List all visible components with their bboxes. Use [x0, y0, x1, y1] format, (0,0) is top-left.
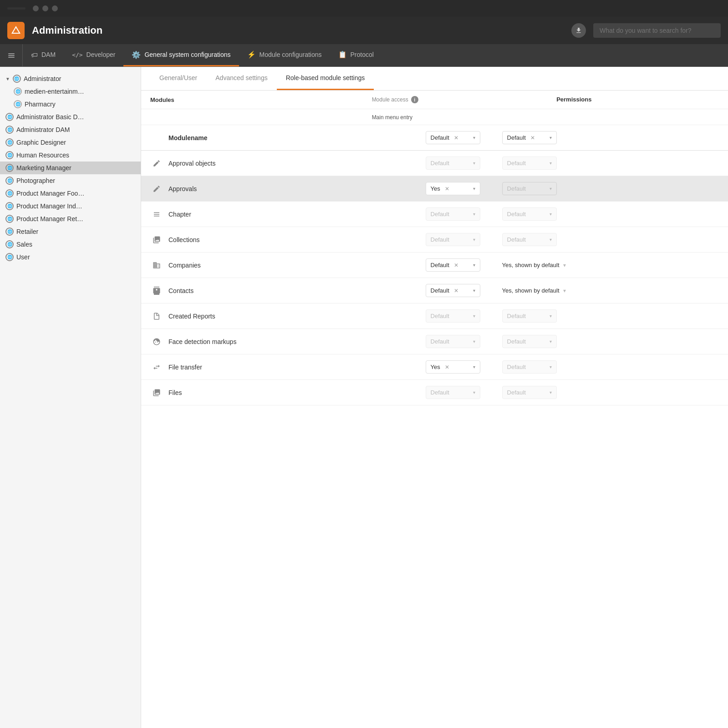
sub-tab-role-based-label: Role-based module settings — [286, 74, 365, 81]
modulename-access-clear[interactable]: ✕ — [454, 135, 458, 141]
face-detection-access-dropdown[interactable]: Default ▾ — [426, 335, 480, 348]
sidebar-item-product-manager-ind[interactable]: 🌐 Product Manager Ind… — [0, 200, 141, 212]
hamburger-button[interactable] — [0, 44, 23, 67]
chapter-access-dropdown[interactable]: Default ▾ — [426, 207, 480, 221]
tab-protocol[interactable]: 📋 Protocol — [330, 44, 382, 66]
approvals-access-dropdown[interactable]: Yes ✕ ▾ — [426, 182, 480, 195]
collections-access-cell[interactable]: Default ▾ — [422, 228, 495, 251]
file-transfer-access-clear[interactable]: ✕ — [445, 364, 449, 370]
approval-objects-permission-cell[interactable]: Default ▾ — [495, 152, 728, 174]
collections-permission-cell[interactable]: Default ▾ — [495, 228, 728, 251]
companies-permission-cell[interactable]: Yes, shown by default ▾ — [495, 257, 728, 273]
companies-access-dropdown[interactable]: Default ✕ ▾ — [426, 258, 480, 272]
sub-tab-advanced-settings[interactable]: Advanced settings — [206, 67, 276, 90]
approvals-permission-dropdown[interactable]: Default ▾ — [502, 182, 557, 195]
sidebar-item-administrator[interactable]: ▼ 🌐 Administrator — [0, 72, 141, 85]
globe-icon-product-manager-foo: 🌐 — [5, 189, 14, 197]
face-detection-permission-cell[interactable]: Default ▾ — [495, 330, 728, 353]
sub-tab-role-based[interactable]: Role-based module settings — [277, 67, 374, 90]
sidebar-item-graphic-designer[interactable]: 🌐 Graphic Designer — [0, 136, 141, 149]
upload-button[interactable] — [571, 23, 586, 38]
sidebar-item-admin-dam[interactable]: 🌐 Administrator DAM — [0, 123, 141, 136]
sidebar-item-product-manager-ret[interactable]: 🌐 Product Manager Ret… — [0, 212, 141, 225]
modulename-access-cell[interactable]: Default ✕ ▾ — [422, 126, 495, 149]
contacts-permission-cell[interactable]: Yes, shown by default ▾ — [495, 283, 728, 298]
contacts-icon — [153, 287, 161, 295]
files-permission-dropdown[interactable]: Default ▾ — [502, 386, 557, 399]
companies-access-cell[interactable]: Default ✕ ▾ — [422, 254, 495, 276]
files-access-dropdown[interactable]: Default ▾ — [426, 386, 480, 399]
sidebar-item-product-manager-foo[interactable]: 🌐 Product Manager Foo… — [0, 187, 141, 200]
file-transfer-access-cell[interactable]: Yes ✕ ▾ — [422, 356, 495, 378]
contacts-access-dropdown[interactable]: Default ✕ ▾ — [426, 284, 480, 297]
tab-dam[interactable]: 🏷 DAM — [23, 44, 64, 66]
face-detection-name: Face detection markups — [168, 338, 236, 345]
file-transfer-access-dropdown[interactable]: Yes ✕ ▾ — [426, 360, 480, 374]
approval-objects-permission-dropdown[interactable]: Default ▾ — [502, 157, 557, 170]
sidebar-item-medien[interactable]: 🌐 medien-entertainm… — [0, 85, 141, 98]
tab-general[interactable]: ⚙️ General system configurations — [123, 44, 239, 66]
modulename-permission-cell[interactable]: Default ✕ ▾ — [495, 126, 728, 149]
file-transfer-access-arrow: ▾ — [473, 364, 475, 369]
search-input[interactable] — [593, 23, 721, 38]
approval-objects-arrow: ▾ — [473, 161, 475, 166]
created-reports-permission-cell[interactable]: Default ▾ — [495, 305, 728, 327]
file-transfer-permission-placeholder: Default — [507, 364, 526, 370]
approvals-access-cell[interactable]: Yes ✕ ▾ — [422, 177, 495, 200]
globe-icon-product-manager-ret: 🌐 — [5, 215, 14, 223]
info-icon[interactable]: i — [411, 96, 418, 103]
created-reports-access-cell[interactable]: Default ▾ — [422, 305, 495, 327]
chapter-permission-dropdown[interactable]: Default ▾ — [502, 207, 557, 221]
collections-access-dropdown[interactable]: Default ▾ — [426, 233, 480, 246]
contacts-access-cell[interactable]: Default ✕ ▾ — [422, 279, 495, 302]
traffic-light-fullscreen[interactable] — [52, 5, 58, 11]
collections-permission-dropdown[interactable]: Default ▾ — [502, 233, 557, 246]
tab-developer[interactable]: </> Developer — [64, 44, 123, 66]
approval-objects-access-dropdown[interactable]: Default ▾ — [426, 157, 480, 170]
sidebar-item-user[interactable]: 🌐 User — [0, 251, 141, 263]
sidebar-item-pharmacry[interactable]: 🌐 Pharmacry — [0, 98, 141, 111]
col-permissions-header: Permissions — [556, 96, 719, 103]
created-reports-arrow: ▾ — [473, 313, 475, 318]
companies-permission-value: Yes, shown by default — [502, 262, 560, 268]
sidebar-item-admin-basic[interactable]: 🌐 Administrator Basic D… — [0, 111, 141, 123]
protocol-icon: 📋 — [338, 51, 347, 59]
modulename-permission-value: Default — [507, 134, 526, 141]
contacts-icon-cell — [150, 284, 163, 297]
approvals-access-clear[interactable]: ✕ — [445, 186, 449, 192]
module-row-modulename: Modulename Default ✕ ▾ Default ✕ ▾ — [141, 125, 728, 151]
modulename-permission-clear[interactable]: ✕ — [530, 135, 535, 141]
sidebar-item-sales[interactable]: 🌐 Sales — [0, 238, 141, 251]
created-reports-permission-dropdown[interactable]: Default ▾ — [502, 309, 557, 323]
app-logo — [7, 22, 25, 39]
chapter-permission-cell[interactable]: Default ▾ — [495, 203, 728, 225]
files-access-cell[interactable]: Default ▾ — [422, 381, 495, 404]
collections-icon-cell — [150, 233, 163, 246]
approval-objects-access-cell[interactable]: Default ▾ — [422, 152, 495, 174]
sidebar-label-product-manager-ind: Product Manager Ind… — [16, 202, 82, 210]
face-detection-permission-arrow: ▾ — [550, 339, 552, 344]
file-transfer-permission-cell[interactable]: Default ▾ — [495, 356, 728, 378]
contacts-access-clear[interactable]: ✕ — [454, 288, 458, 294]
created-reports-access-dropdown[interactable]: Default ▾ — [426, 309, 480, 323]
sidebar-item-human-resources[interactable]: 🌐 Human Resources — [0, 149, 141, 162]
modulename-permission-dropdown[interactable]: Default ✕ ▾ — [502, 131, 557, 144]
modulename-access-dropdown[interactable]: Default ✕ ▾ — [426, 131, 480, 144]
file-transfer-permission-dropdown[interactable]: Default ▾ — [502, 360, 557, 374]
file-transfer-icon-cell — [150, 361, 163, 374]
module-row-face-detection: Face detection markups Default ▾ Default… — [141, 329, 728, 354]
companies-access-clear[interactable]: ✕ — [454, 262, 458, 268]
face-detection-permission-dropdown[interactable]: Default ▾ — [502, 335, 557, 348]
sidebar-item-marketing-manager[interactable]: 🌐 Marketing Manager — [0, 162, 141, 174]
app-title: Administration — [32, 25, 564, 36]
files-permission-cell[interactable]: Default ▾ — [495, 381, 728, 404]
approvals-permission-cell[interactable]: Default ▾ — [495, 177, 728, 200]
sidebar-item-photographer[interactable]: 🌐 Photographer — [0, 174, 141, 187]
sidebar-item-retailer[interactable]: 🌐 Retailer — [0, 225, 141, 238]
traffic-light-minimize[interactable] — [42, 5, 48, 11]
traffic-light-close[interactable] — [33, 5, 39, 11]
face-detection-access-cell[interactable]: Default ▾ — [422, 330, 495, 353]
sub-tab-general-user[interactable]: General/User — [150, 67, 206, 90]
chapter-access-cell[interactable]: Default ▾ — [422, 203, 495, 225]
tab-module[interactable]: ⚡ Module configurations — [239, 44, 330, 66]
